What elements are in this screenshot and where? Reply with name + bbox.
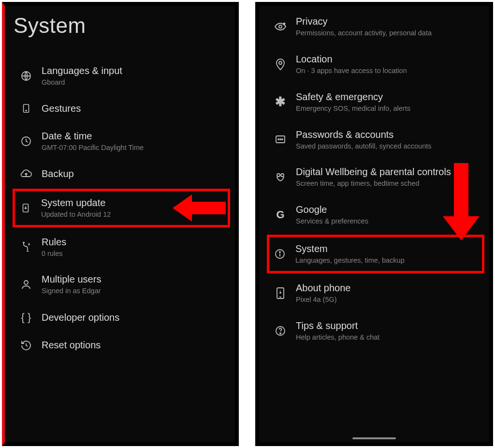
item-subtitle: Screen time, app timers, bedtime sched: [296, 179, 480, 188]
clock-icon: [15, 135, 37, 147]
rules-icon: [15, 241, 37, 253]
settings-item-system[interactable]: System Languages, gestures, time, backup: [267, 235, 484, 273]
item-title: Multiple users: [42, 273, 226, 285]
settings-item-date-time[interactable]: Date & time GMT-07:00 Pacific Daylight T…: [14, 122, 229, 160]
item-title: Safety & emergency: [296, 91, 480, 103]
passwords-icon: [270, 134, 291, 145]
settings-item-languages[interactable]: Languages & input Gboard: [14, 57, 229, 95]
settings-item-reset-options[interactable]: Reset options: [14, 331, 229, 359]
item-title: Location: [296, 53, 480, 65]
settings-item-gestures[interactable]: Gestures: [14, 95, 229, 122]
item-subtitle: Gboard: [42, 78, 226, 87]
svg-point-14: [277, 174, 280, 177]
settings-item-multiple-users[interactable]: Multiple users Signed in as Edgar: [14, 266, 229, 303]
item-title: Tips & support: [296, 320, 480, 332]
svg-point-18: [279, 252, 280, 253]
help-icon: [270, 325, 291, 337]
svg-point-22: [280, 333, 281, 334]
settings-item-rules[interactable]: Rules 0 rules: [14, 228, 229, 266]
safety-icon: ✱: [270, 94, 291, 109]
settings-item-privacy[interactable]: Privacy Permissions, account activity, p…: [268, 8, 483, 45]
settings-item-developer-options[interactable]: { } Developer options: [14, 303, 229, 331]
item-subtitle: Signed in as Edgar: [42, 286, 226, 296]
settings-item-backup[interactable]: Backup: [14, 160, 229, 188]
phone-icon: [270, 287, 291, 299]
settings-item-location[interactable]: Location On · 3 apps have access to loca…: [268, 45, 483, 83]
settings-item-about-phone[interactable]: About phone Pixel 4a (5G): [268, 274, 483, 312]
item-subtitle: Permissions, account activity, personal …: [296, 29, 480, 38]
item-subtitle: GMT-07:00 Pacific Daylight Time: [42, 143, 226, 152]
privacy-icon: [270, 22, 291, 31]
item-title: System update: [41, 197, 226, 209]
item-subtitle: Emergency SOS, medical info, alerts: [296, 104, 480, 113]
item-title: Languages & input: [42, 65, 226, 77]
svg-point-20: [280, 292, 281, 293]
item-title: Rules: [42, 236, 226, 248]
main-settings-panel: Privacy Permissions, account activity, p…: [255, 2, 493, 446]
svg-point-6: [24, 281, 28, 284]
svg-point-11: [278, 139, 279, 140]
info-icon: [269, 248, 291, 260]
wellbeing-icon: [270, 171, 291, 183]
item-title: Google: [296, 204, 480, 216]
item-subtitle: Help articles, phone & chat: [296, 333, 480, 342]
google-icon: G: [270, 209, 291, 221]
system-settings-panel: System Languages & input Gboard Gestures…: [2, 2, 239, 446]
item-subtitle: Services & preferences: [296, 217, 480, 226]
item-title: Privacy: [296, 15, 480, 28]
settings-item-passwords[interactable]: Passwords & accounts Saved passwords, au…: [268, 121, 483, 159]
braces-icon: { }: [15, 311, 37, 324]
svg-point-8: [284, 23, 285, 24]
nav-bar-indicator[interactable]: [352, 437, 396, 439]
settings-item-system-update[interactable]: System update Updated to Android 12: [13, 189, 230, 227]
item-subtitle: Updated to Android 12: [41, 210, 226, 219]
item-subtitle: 0 rules: [42, 249, 226, 258]
system-update-icon: [15, 203, 36, 213]
settings-item-tips[interactable]: Tips & support Help articles, phone & ch…: [268, 312, 483, 350]
item-title: Backup: [42, 168, 226, 180]
cloud-upload-icon: [15, 168, 37, 179]
language-icon: [15, 70, 37, 82]
svg-point-7: [279, 25, 282, 28]
users-icon: [15, 279, 37, 290]
item-title: System: [295, 243, 480, 255]
item-title: Passwords & accounts: [296, 129, 480, 141]
item-title: Reset options: [42, 339, 226, 351]
svg-point-12: [280, 139, 281, 140]
item-title: Gestures: [42, 103, 226, 115]
item-title: Digital Wellbeing & parental controls: [296, 166, 480, 178]
item-title: Developer options: [42, 312, 226, 324]
item-subtitle: On · 3 apps have access to location: [296, 66, 480, 75]
svg-point-13: [282, 139, 283, 140]
item-subtitle: Languages, gestures, time, backup: [295, 256, 480, 265]
page-title: System: [14, 14, 229, 38]
item-subtitle: Saved passwords, autofill, synced accoun…: [296, 142, 480, 151]
item-subtitle: Pixel 4a (5G): [296, 295, 480, 304]
svg-point-15: [281, 174, 284, 177]
svg-point-2: [26, 110, 27, 111]
item-title: About phone: [296, 282, 480, 294]
location-icon: [270, 58, 291, 71]
settings-item-wellbeing[interactable]: Digital Wellbeing & parental controls Sc…: [268, 158, 483, 196]
gestures-icon: [15, 103, 37, 114]
settings-item-google[interactable]: G Google Services & preferences: [268, 196, 483, 234]
reset-icon: [15, 340, 37, 351]
item-title: Date & time: [42, 130, 226, 142]
svg-point-9: [279, 61, 282, 64]
settings-item-safety[interactable]: ✱ Safety & emergency Emergency SOS, medi…: [268, 83, 483, 121]
